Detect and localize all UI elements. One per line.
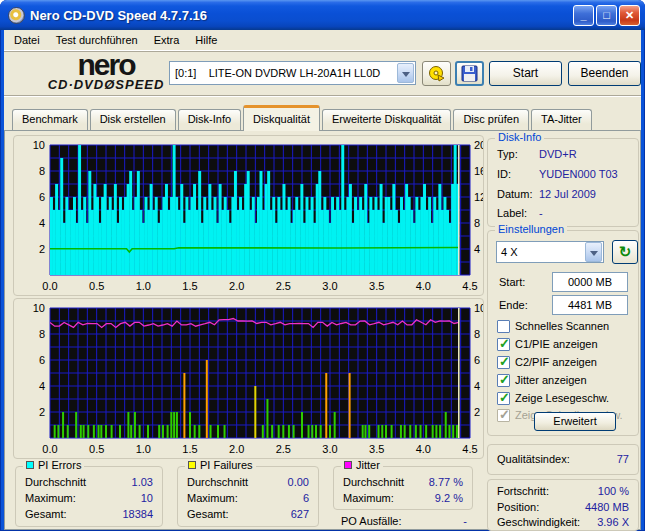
tab-disk-info[interactable]: Disk-Info <box>178 109 241 130</box>
svg-text:4: 4 <box>474 380 480 392</box>
chevron-down-icon[interactable] <box>397 63 414 83</box>
start-field[interactable]: 0000 MB <box>552 272 628 292</box>
svg-text:2: 2 <box>39 406 45 418</box>
svg-text:3.0: 3.0 <box>322 443 337 455</box>
checkbox-c2-pif-anzeigen[interactable]: ✓C2/PIF anzeigen <box>497 355 597 369</box>
checkbox-zeige-lesegeschw[interactable]: ✓Zeige Lesegeschw. <box>497 391 609 405</box>
svg-text:2: 2 <box>474 406 480 418</box>
tab-disc-pruefen[interactable]: Disc prüfen <box>453 109 529 130</box>
svg-text:12: 12 <box>474 191 483 203</box>
client-area: Datei Test durchführen Extra Hilfe nero … <box>4 30 641 527</box>
save-icon <box>461 65 478 82</box>
quality-index-row: Qualitätsindex: 77 <box>497 453 629 465</box>
speed-selector-value: 4 X <box>497 246 585 258</box>
progress-box: Fortschritt:100 % Position:4480 MB Gesch… <box>487 479 639 531</box>
speed-value: 3.96 X <box>597 516 629 528</box>
svg-text:1.5: 1.5 <box>182 443 197 455</box>
tab-diskqualitaet[interactable]: Diskqualität <box>243 105 320 131</box>
svg-text:0.0: 0.0 <box>42 443 57 455</box>
tab-benchmark[interactable]: Benchmark <box>12 109 88 130</box>
minimize-button[interactable]: _ <box>573 5 594 26</box>
chevron-down-icon[interactable] <box>585 242 602 262</box>
refresh-button[interactable]: ↻ <box>612 240 638 264</box>
progress-row: Fortschritt:100 % <box>497 485 629 497</box>
toolbar: nero CD·DVDØSPEED [0:1] LITE-ON DVDRW LH… <box>4 51 641 96</box>
checkbox-jitter-anzeigen[interactable]: ✓Jitter anzeigen <box>497 373 587 387</box>
app-window: Nero CD-DVD Speed 4.7.7.16 _ □ ✕ Datei T… <box>0 0 645 531</box>
svg-text:8: 8 <box>474 328 480 340</box>
quit-button[interactable]: Beenden <box>568 61 641 86</box>
svg-text:4: 4 <box>474 243 480 255</box>
svg-text:2.5: 2.5 <box>276 280 291 292</box>
svg-text:10: 10 <box>33 302 45 314</box>
progress-value: 100 % <box>598 485 629 497</box>
tab-ta-jitter[interactable]: TA-Jitter <box>531 109 592 130</box>
po-failures-row: PO Ausfälle: - <box>341 515 467 527</box>
svg-text:4.0: 4.0 <box>416 280 431 292</box>
svg-text:3.5: 3.5 <box>369 443 384 455</box>
svg-text:1.0: 1.0 <box>136 280 151 292</box>
svg-text:4.5: 4.5 <box>462 280 477 292</box>
pi-errors-chart-box: 246810481216200.00.51.01.52.02.53.03.54.… <box>13 135 484 296</box>
disk-info-group: Disk-Info Typ:DVD+R ID:YUDEN000 T03 Datu… <box>487 138 639 227</box>
pi-failures-color-swatch <box>188 461 196 469</box>
svg-text:0.5: 0.5 <box>89 280 104 292</box>
svg-text:3.0: 3.0 <box>322 280 337 292</box>
svg-text:0.0: 0.0 <box>42 280 57 292</box>
disk-id-row: ID:YUDEN000 T03 <box>497 168 618 180</box>
settings-title: Einstellungen <box>495 223 567 235</box>
svg-text:4: 4 <box>39 380 45 392</box>
checkbox-c1-pie-anzeigen[interactable]: ✓C1/PIE anzeigen <box>497 337 598 351</box>
tab-erweiterte-diskqualitaet[interactable]: Erweiterte Diskqualität <box>322 109 451 130</box>
end-field[interactable]: 4481 MB <box>552 295 628 315</box>
svg-text:4.0: 4.0 <box>416 443 431 455</box>
svg-text:2: 2 <box>39 243 45 255</box>
start-button[interactable]: Start <box>489 61 562 86</box>
maximize-button[interactable]: □ <box>596 5 617 26</box>
svg-text:8: 8 <box>39 328 45 340</box>
speed-selector[interactable]: 4 X <box>496 241 604 263</box>
save-button[interactable] <box>455 61 484 86</box>
menu-datei[interactable]: Datei <box>6 31 48 49</box>
window-title: Nero CD-DVD Speed 4.7.7.16 <box>30 8 573 23</box>
jitter-legend: Jitter <box>341 459 383 471</box>
diskqualitaet-page: 246810481216200.00.51.01.52.02.53.03.54.… <box>4 130 641 530</box>
speed-row: Geschwindigkeit:3.96 X <box>497 516 629 528</box>
start-field-label: Start: <box>499 276 525 288</box>
app-disc-icon <box>8 7 25 24</box>
svg-text:6: 6 <box>39 354 45 366</box>
jitter-stats-box: Jitter Durchschnitt8.77 % Maximum:9.2 % <box>333 466 473 510</box>
svg-text:4.5: 4.5 <box>462 443 477 455</box>
svg-text:6: 6 <box>39 191 45 203</box>
svg-text:2.5: 2.5 <box>276 443 291 455</box>
checkbox-schnelles-scannen[interactable]: ✓Schnelles Scannen <box>497 319 609 333</box>
position-row: Position:4480 MB <box>497 501 629 513</box>
pi-errors-legend: PI Errors <box>23 459 84 471</box>
pi-errors-color-swatch <box>26 461 34 469</box>
drive-selector[interactable]: [0:1] LITE-ON DVDRW LH-20A1H LL0D <box>169 61 416 85</box>
svg-text:4: 4 <box>39 217 45 229</box>
svg-text:2.0: 2.0 <box>229 443 244 455</box>
svg-text:10: 10 <box>33 139 45 151</box>
pi-errors-chart: 246810481216200.00.51.01.52.02.53.03.54.… <box>14 136 483 295</box>
svg-text:20: 20 <box>474 139 483 151</box>
eject-button[interactable] <box>422 61 451 86</box>
svg-text:3.5: 3.5 <box>369 280 384 292</box>
eject-disc-icon <box>428 65 446 83</box>
svg-text:16: 16 <box>474 165 483 177</box>
menu-extra[interactable]: Extra <box>146 31 188 49</box>
advanced-button[interactable]: Erweitert <box>534 412 616 431</box>
disk-label-row: Label:- <box>497 207 543 219</box>
tab-strip: Benchmark Disk erstellen Disk-Info Diskq… <box>4 98 641 130</box>
svg-text:10: 10 <box>474 302 483 314</box>
close-button[interactable]: ✕ <box>619 5 640 26</box>
svg-text:1.0: 1.0 <box>136 443 151 455</box>
menu-hilfe[interactable]: Hilfe <box>187 31 225 49</box>
menu-test-durchfuehren[interactable]: Test durchführen <box>48 31 146 49</box>
quality-index-box: Qualitätsindex: 77 <box>487 444 639 475</box>
svg-text:6: 6 <box>474 354 480 366</box>
tab-disk-erstellen[interactable]: Disk erstellen <box>90 109 176 130</box>
position-value: 4480 MB <box>585 501 629 513</box>
quality-index-value: 77 <box>617 453 629 465</box>
end-field-label: Ende: <box>499 299 528 311</box>
